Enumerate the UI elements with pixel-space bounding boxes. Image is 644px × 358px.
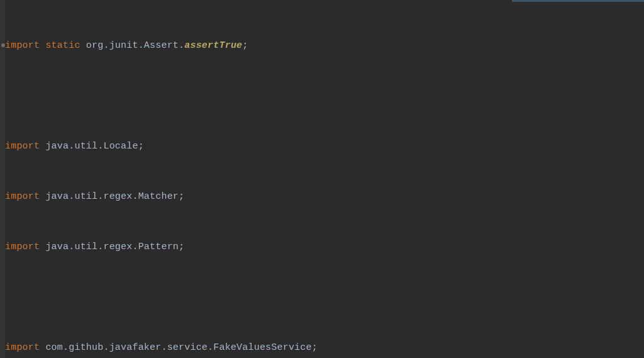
code-line [5, 291, 572, 304]
punct: ; [179, 242, 184, 252]
package-path: java.util.regex.Matcher [45, 191, 179, 202]
keyword: import [5, 191, 45, 202]
package-path: java.util.Locale [45, 141, 138, 152]
code-line: import java.util.regex.Pattern; [5, 241, 572, 254]
code-line: import static org.junit.Assert.assertTru… [5, 40, 572, 52]
package-path: java.util.regex.Pattern [45, 242, 179, 252]
punct: ; [242, 40, 248, 51]
code-line: import com.github.javafaker.service.Fake… [5, 342, 572, 354]
package-path: org.junit.Assert. [86, 40, 184, 51]
keyword: import [5, 342, 45, 353]
keyword: import [5, 242, 45, 252]
editor-gutter [0, 0, 5, 358]
code-line: import java.util.Locale; [5, 140, 572, 153]
punct: ; [179, 191, 184, 202]
package-path: com.github.javafaker.service.FakeValuesS… [45, 342, 311, 353]
punct: ; [312, 342, 318, 353]
code-area[interactable]: import static org.junit.Assert.assertTru… [5, 2, 572, 358]
static-member: assertTrue [184, 40, 242, 51]
code-line: import java.util.regex.Matcher; [5, 191, 572, 203]
code-line [5, 90, 572, 103]
code-editor[interactable]: import static org.junit.Assert.assertTru… [0, 0, 644, 358]
keyword: import [5, 141, 45, 152]
keyword: import static [5, 40, 86, 51]
punct: ; [138, 141, 144, 152]
fold-dot-icon [1, 43, 5, 47]
